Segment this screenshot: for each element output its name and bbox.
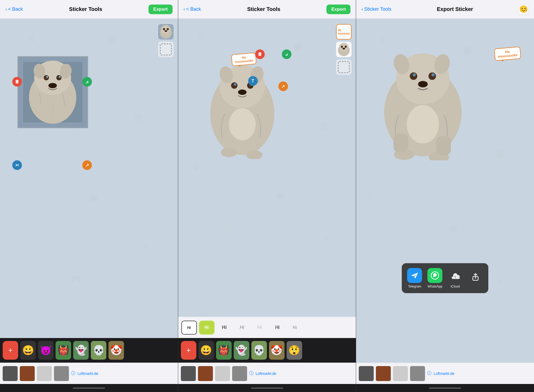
stamp-item-7[interactable]: Hi [287, 321, 303, 335]
dog-sticker-2[interactable] [204, 60, 281, 159]
ad-thumb3-4 [410, 366, 425, 381]
sticker-item-2[interactable]: 😈 [38, 341, 53, 360]
info-icon-3: ⓘ [427, 371, 431, 376]
ad-label-3: Loftmarkt.de [434, 371, 454, 376]
sticker-item2-6[interactable]: 😲 [287, 341, 302, 360]
svg-point-31 [339, 43, 349, 51]
sticker-item-3[interactable]: 👹 [56, 341, 71, 360]
emoji-icon-3: 😊 [519, 5, 528, 13]
icloud-label: iCloud [451, 285, 460, 288]
bubble-text-2: Hamuuuuuoke [235, 55, 253, 64]
whatsapp-export-btn[interactable]: WhatsApp [427, 268, 442, 288]
flip-button-1[interactable]: ⊿ [82, 77, 92, 87]
speech-bubble-3: Hamuuuuuoke [494, 46, 521, 61]
icloud-icon [448, 268, 463, 283]
dog-sticker-svg-3 [375, 48, 471, 160]
delete-bubble-btn-2[interactable]: 🗑 [255, 49, 265, 59]
sticker-item2-3[interactable]: 👻 [234, 341, 249, 360]
telegram-icon [407, 268, 422, 283]
svg-point-16 [165, 30, 167, 32]
sticker-item-1[interactable]: 😀 [20, 341, 36, 360]
stamp-item-2[interactable]: Hi [199, 321, 215, 335]
emoji-button-3[interactable]: 😊 [519, 4, 529, 14]
svg-point-29 [229, 108, 256, 140]
stamp-item-1[interactable]: Hi [181, 321, 197, 335]
screen-2: ‹ < Back Sticker Tools Export 🍕 🏀 🥊 🍔 🎸 … [178, 0, 356, 392]
sticker-row-2: + 😀 👹 👻 💀 🤡 😲 [178, 338, 356, 363]
thumb-frame-2[interactable] [336, 59, 352, 75]
canvas-3: 🍕 🏀 🥊 🍔 🎸 🍩 ⭐ 🌮 [356, 19, 534, 363]
ad-thumb-2 [20, 366, 35, 381]
ad-thumb2-4 [232, 366, 247, 381]
whatsapp-label: WhatsApp [427, 285, 442, 288]
dog-sticker-3 [375, 48, 471, 160]
thumb-frame-1[interactable] [158, 42, 174, 57]
text-btn-2[interactable]: T [248, 76, 258, 86]
export-button-2[interactable]: Export [326, 5, 350, 14]
thumb-bubble-2[interactable]: Himuuuuu [336, 24, 352, 40]
home-indicator-3 [356, 384, 534, 392]
sticker-item-4[interactable]: 👻 [73, 341, 89, 360]
ad-thumb3-2 [376, 366, 391, 381]
title-3: Export Sticker [437, 6, 473, 12]
svg-point-24 [234, 83, 236, 86]
header-2: ‹ < Back Sticker Tools Export [178, 0, 356, 19]
svg-rect-48 [393, 134, 408, 152]
add-sticker-button-1[interactable]: + [3, 341, 18, 360]
back-button-2[interactable]: ‹ < Back [184, 6, 201, 12]
svg-point-42 [413, 73, 416, 76]
speech-bubble-2[interactable]: Hamuuuuuoke [231, 52, 256, 66]
back-label-3: Sticker Tools [364, 6, 391, 12]
sticker-item2-4[interactable]: 💀 [251, 341, 267, 360]
home-bar-1 [73, 387, 105, 389]
screen-3: ‹ Sticker Tools Export Sticker 😊 🍕 🏀 🥊 🍔… [356, 0, 534, 392]
ad-thumb3-3 [393, 366, 408, 381]
share-label: share [471, 285, 480, 288]
home-indicator-1 [0, 384, 178, 392]
flip-bubble-btn-2[interactable]: ⊿ [282, 49, 291, 59]
icloud-export-btn[interactable]: iCloud [448, 268, 463, 288]
svg-point-27 [221, 148, 237, 157]
selection-box-1 [17, 56, 88, 128]
sticker-item-5[interactable]: 💀 [91, 341, 106, 360]
stamp-row-2: Hi Hi Hi Hi Hi Hi Hi [178, 317, 356, 338]
add-sticker-button-2[interactable]: + [181, 341, 196, 360]
bubble-text-3: Hamuuuuuoke [498, 49, 518, 59]
stamp-item-4[interactable]: Hi [234, 321, 250, 335]
svg-point-34 [342, 48, 345, 49]
sticker-row-1: + 😀 😈 👹 👻 💀 🤡 [0, 338, 178, 363]
stamp-item-6[interactable]: Hi [270, 321, 285, 335]
ad-thumb3-1 [359, 366, 374, 381]
sticker-item-6[interactable]: 🤡 [108, 341, 124, 360]
thumb-dog-1[interactable] [158, 24, 174, 40]
back-label-2: < Back [186, 6, 201, 12]
back-label-1: < Back [8, 6, 23, 12]
telegram-export-btn[interactable]: Telegram [407, 268, 422, 288]
resize-bubble-btn-2[interactable]: ↗ [278, 81, 288, 91]
thumb-dog-2[interactable] [336, 42, 352, 57]
header-3: ‹ Sticker Tools Export Sticker 😊 [356, 0, 534, 19]
sticker-item2-5[interactable]: 🤡 [269, 341, 284, 360]
scissors-button-1[interactable]: ✂ [12, 160, 22, 170]
stamp-item-3[interactable]: Hi [217, 321, 232, 335]
home-indicator-2 [178, 384, 356, 392]
back-button-1[interactable]: ‹ < Back [5, 6, 23, 12]
share-export-btn[interactable]: share [468, 268, 483, 288]
title-2: Sticker Tools [247, 6, 280, 12]
delete-button-1[interactable]: 🗑 [12, 77, 22, 87]
svg-rect-49 [436, 136, 451, 155]
stamp-item-5[interactable]: Hi [252, 321, 267, 335]
ad-banner-3: ⓘ Loftmarkt.de [356, 363, 534, 384]
back-button-3[interactable]: ‹ Sticker Tools [361, 6, 391, 12]
ad-banner-2: ⓘ Loftmarkt.de [178, 363, 356, 384]
title-1: Sticker Tools [69, 6, 102, 12]
resize-button-1[interactable]: ↗ [82, 160, 92, 170]
info-icon-2: ⓘ [249, 371, 254, 376]
svg-point-13 [161, 25, 171, 34]
sticker-item2-1[interactable]: 😀 [198, 341, 214, 360]
ad-banner-1: ⓘ Loftmarkt.de [0, 363, 178, 384]
export-popup: Telegram WhatsApp [402, 263, 488, 293]
sticker-item2-2[interactable]: 👹 [216, 341, 232, 360]
thumb-bubble-text-2: Himuuuuu [338, 29, 350, 35]
export-button-1[interactable]: Export [149, 5, 173, 14]
